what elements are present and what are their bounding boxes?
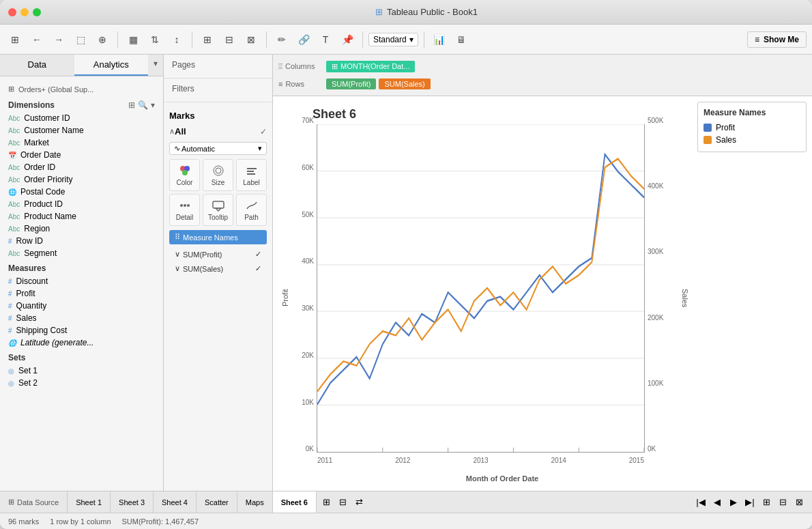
sum-profit-row[interactable]: ∨ SUM(Profit) ✓	[169, 247, 267, 261]
abc-icon: Abc	[8, 115, 20, 122]
sidebar-tab-arrow[interactable]: ▾	[148, 55, 163, 76]
sum-sales-pill[interactable]: SUM(Sales)	[379, 78, 430, 89]
dimension-order-date[interactable]: 📅 Order Date	[0, 149, 163, 161]
minimize-button[interactable]	[20, 8, 29, 16]
abc-icon: Abc	[8, 213, 20, 220]
save-button[interactable]: ⬚	[71, 30, 90, 49]
legend-item-profit[interactable]: Profit	[704, 121, 800, 134]
tab-analytics[interactable]: Analytics	[74, 55, 149, 76]
hierarchy-icon[interactable]: ⊟	[220, 30, 239, 49]
legend-panel: Measure Names Profit Sales	[697, 102, 807, 152]
scroll-prev-button[interactable]: ◀	[710, 495, 725, 510]
tab-data-source[interactable]: ⊞ Data Source	[0, 491, 68, 513]
y-axis-left: 70K 60K 50K 40K 30K 20K 10K 0K	[292, 124, 317, 453]
dimension-row-id[interactable]: # Row ID	[0, 235, 163, 247]
pin-icon[interactable]: 📌	[338, 30, 357, 49]
swap-sheet-button[interactable]: ⇄	[352, 495, 367, 510]
tab-sheet-4[interactable]: Sheet 4	[154, 491, 197, 513]
scroll-last-button[interactable]: ▶|	[742, 495, 757, 510]
grid-view-button[interactable]: ⊞	[759, 495, 774, 510]
back-button[interactable]: ←	[27, 30, 46, 49]
grid-icon[interactable]: ⊞	[5, 30, 25, 49]
new-sheet-button[interactable]: ⊕	[93, 30, 112, 49]
hash-icon: #	[8, 302, 12, 310]
tab-sheet-6[interactable]: Sheet 6	[273, 491, 317, 513]
path-button[interactable]: Path	[236, 194, 267, 226]
monitor-icon[interactable]: 🖥	[452, 30, 471, 49]
chevron-icon[interactable]: ▾	[151, 100, 155, 110]
dots-icon: ⠿	[175, 233, 180, 242]
bar-chart-icon[interactable]: ▦	[124, 30, 143, 49]
dimension-region[interactable]: Abc Region	[0, 223, 163, 235]
tab-scatter[interactable]: Scatter	[197, 491, 237, 513]
marks-all-row: ∧ All ✓	[169, 124, 267, 139]
measure-shipping-cost[interactable]: # Shipping Cost	[0, 324, 163, 337]
rows-pills: SUM(Profit) SUM(Sales)	[326, 78, 431, 89]
dimension-customer-name[interactable]: Abc Customer Name	[0, 124, 163, 137]
dimension-order-id[interactable]: Abc Order ID	[0, 161, 163, 173]
measure-names-pill[interactable]: ⠿ Measure Names	[169, 230, 267, 244]
dimension-segment[interactable]: Abc Segment	[0, 247, 163, 259]
group-icon[interactable]: ⊞	[198, 30, 217, 49]
set-icon: ◎	[8, 367, 14, 375]
dimension-order-priority[interactable]: Abc Order Priority	[0, 173, 163, 186]
film-strip-button[interactable]: ⊠	[792, 495, 807, 510]
svg-rect-6	[247, 171, 254, 172]
tab-sheet-3[interactable]: Sheet 3	[111, 491, 154, 513]
show-me-button[interactable]: ≡ Show Me	[747, 31, 807, 48]
pen-icon[interactable]: ✏	[272, 30, 291, 49]
abc-icon: Abc	[8, 201, 20, 208]
hash-icon: #	[8, 315, 12, 322]
check-icon: ✓	[255, 264, 261, 273]
tooltip-button[interactable]: Tooltip	[203, 194, 233, 226]
set-2[interactable]: ◎ Set 2	[0, 377, 163, 389]
tab-maps[interactable]: Maps	[237, 491, 273, 513]
tab-data[interactable]: Data	[0, 55, 74, 76]
add-sheet-button[interactable]: ⊞	[319, 495, 334, 510]
month-pill[interactable]: ⊞ MONTH(Order Dat...	[326, 61, 415, 72]
tab-sheet-1[interactable]: Sheet 1	[68, 491, 111, 513]
list-view-button[interactable]: ⊟	[775, 495, 790, 510]
expand-icon[interactable]: ⊠	[242, 30, 261, 49]
maximize-button[interactable]	[33, 8, 41, 16]
sum-profit-pill[interactable]: SUM(Profit)	[326, 78, 376, 89]
sum-sales-row[interactable]: ∨ SUM(Sales) ✓	[169, 261, 267, 276]
detail-button[interactable]: Detail	[169, 194, 200, 226]
grid-icon[interactable]: ⊞	[128, 100, 135, 110]
marks-type-dropdown[interactable]: ∿ Automatic ▾	[169, 142, 267, 155]
standard-dropdown[interactable]: Standard ▾	[368, 33, 418, 46]
measure-profit[interactable]: # Profit	[0, 287, 163, 300]
link-icon[interactable]: 🔗	[294, 30, 313, 49]
dimension-info: 1 row by 1 column	[50, 517, 111, 526]
dimension-product-id[interactable]: Abc Product ID	[0, 198, 163, 210]
dimension-product-name[interactable]: Abc Product Name	[0, 210, 163, 223]
size-button[interactable]: Size	[203, 159, 233, 191]
dimension-postal-code[interactable]: 🌐 Postal Code	[0, 186, 163, 198]
scroll-first-button[interactable]: |◀	[693, 495, 708, 510]
scroll-next-button[interactable]: ▶	[726, 495, 741, 510]
dimension-customer-id[interactable]: Abc Customer ID	[0, 112, 163, 124]
measure-discount[interactable]: # Discount	[0, 275, 163, 287]
main-area: Data Analytics ▾ ⊞ Orders+ (Global Sup..…	[0, 55, 812, 491]
text-icon[interactable]: T	[316, 30, 335, 49]
legend-item-sales[interactable]: Sales	[704, 134, 800, 146]
search-icon[interactable]: 🔍	[138, 100, 148, 110]
sort-icon[interactable]: ↕	[167, 30, 186, 49]
color-button[interactable]: Color	[169, 159, 200, 191]
forward-button[interactable]: →	[49, 30, 68, 49]
label-button[interactable]: Label	[236, 159, 267, 191]
measure-quantity[interactable]: # Quantity	[0, 300, 163, 312]
window-title: ⊞ Tableau Public - Book1	[49, 7, 804, 17]
dimension-icons: ⊞ 🔍 ▾	[128, 100, 155, 110]
measure-sales[interactable]: # Sales	[0, 312, 163, 324]
abc-icon: Abc	[8, 250, 20, 257]
chevron-down-icon: ∨	[175, 250, 180, 259]
data-source-row[interactable]: ⊞ Orders+ (Global Sup...	[0, 82, 163, 96]
duplicate-sheet-button[interactable]: ⊟	[336, 495, 351, 510]
swap-icon[interactable]: ⇅	[145, 30, 164, 49]
chart-type-icon[interactable]: 📊	[430, 30, 449, 49]
close-button[interactable]	[8, 8, 16, 16]
measure-latitude[interactable]: 🌐 Latitude (generate...	[0, 337, 163, 349]
dimension-market[interactable]: Abc Market	[0, 137, 163, 149]
set-1[interactable]: ◎ Set 1	[0, 364, 163, 377]
